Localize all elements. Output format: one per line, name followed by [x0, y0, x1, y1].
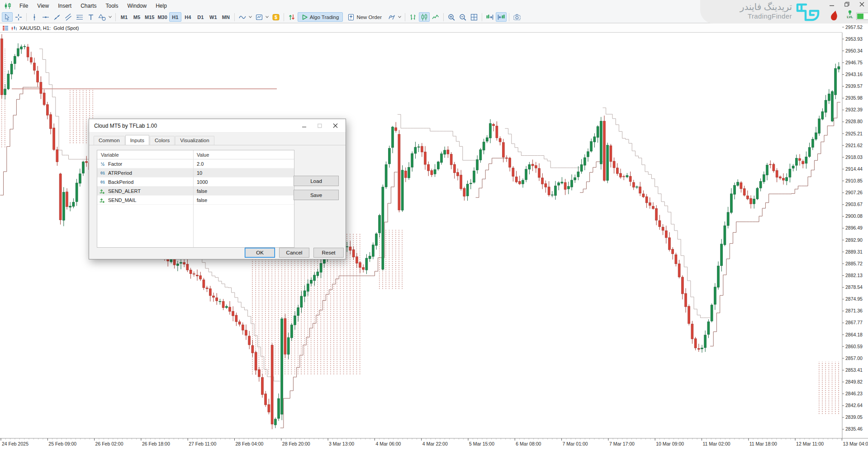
- horizontal-line-tool-button[interactable]: [40, 12, 51, 22]
- timeframe-mn-button[interactable]: MN: [220, 12, 232, 22]
- boolean-type-icon: [99, 197, 106, 203]
- mt5-logo-icon: [4, 2, 12, 10]
- lvl-label: LVL: [845, 15, 855, 19]
- zoom-in-button[interactable]: [446, 12, 457, 22]
- window-restore-button[interactable]: [844, 2, 849, 7]
- zoom-out-button[interactable]: [457, 12, 468, 22]
- price-tick-label: 2939.57: [845, 83, 863, 89]
- param-value[interactable]: false: [193, 197, 207, 203]
- dialog-tabs: CommonInputsColorsVisualization: [94, 136, 346, 145]
- time-tick-label: 26 Feb 18:00: [142, 441, 170, 446]
- new-order-button[interactable]: New Order: [343, 12, 386, 22]
- price-tick-label: 2950.34: [845, 48, 863, 53]
- chart-template-button[interactable]: [254, 12, 270, 22]
- market-depth-button[interactable]: [286, 12, 297, 22]
- dialog-tab-common[interactable]: Common: [94, 136, 125, 145]
- menu-window[interactable]: Window: [123, 1, 152, 10]
- price-tick-label: 2918.03: [845, 154, 863, 160]
- price-tick-label: 2864.18: [845, 332, 863, 337]
- line-chart-button[interactable]: [430, 12, 441, 22]
- chart-tab-bar: XAUUSD, H1: Gold (Spot): [0, 23, 842, 33]
- menu-view[interactable]: View: [33, 1, 53, 10]
- auto-scroll-button[interactable]: [496, 12, 507, 22]
- timeframe-h4-button[interactable]: H4: [182, 12, 194, 22]
- param-value[interactable]: 2.0: [193, 161, 204, 167]
- indicator-settings-dialog: Cloud MT5 by TFLab 1.00 CommonInputsColo…: [89, 119, 346, 259]
- bar-chart-button[interactable]: [408, 12, 418, 22]
- cursor-tool-button[interactable]: [2, 12, 13, 22]
- menu-file[interactable]: File: [15, 1, 33, 10]
- menu-insert[interactable]: Insert: [53, 1, 76, 10]
- chart-tab[interactable]: XAUUSD, H1: Gold (Spot): [2, 25, 79, 31]
- cancel-button[interactable]: Cancel: [279, 248, 309, 258]
- timeframe-m15-button[interactable]: M15: [143, 12, 156, 22]
- indicator-stop-line: [398, 115, 476, 160]
- screenshot-button[interactable]: [512, 12, 522, 22]
- price-tick-label: 2907.26: [845, 190, 863, 195]
- indicators-button[interactable]: [237, 12, 253, 22]
- param-value[interactable]: 10: [193, 170, 202, 176]
- param-row-send_alert[interactable]: SEND_ALERTfalse: [97, 187, 294, 196]
- menu-charts[interactable]: Charts: [76, 1, 101, 10]
- price-tick-label: 2835.46: [845, 426, 863, 432]
- timeframe-m30-button[interactable]: M30: [156, 12, 168, 22]
- object-tools-button[interactable]: [386, 12, 403, 22]
- dialog-maximize-button[interactable]: [312, 120, 327, 132]
- dialog-tab-colors[interactable]: Colors: [150, 136, 175, 145]
- dialog-minimize-button[interactable]: [297, 120, 312, 132]
- flame-icon: [830, 10, 838, 21]
- menu-tools[interactable]: Tools: [101, 1, 123, 10]
- time-tick-label: 5 Mar 15:00: [469, 441, 494, 446]
- algo-trading-button[interactable]: Algo Trading: [298, 12, 343, 22]
- timeframe-w1-button[interactable]: W1: [207, 12, 219, 22]
- chart-tab-label: XAUUSD, H1: Gold (Spot): [19, 25, 79, 31]
- candle-chart-button[interactable]: [419, 12, 430, 22]
- tile-windows-button[interactable]: [469, 12, 479, 22]
- timeframe-h1-button[interactable]: H1: [169, 12, 181, 22]
- dialog-title-bar[interactable]: Cloud MT5 by TFLab 1.00: [89, 119, 346, 133]
- price-tick-label: 2957.52: [845, 24, 863, 30]
- tradingfinder-watermark: تریدینگ فایندر TradingFinder LVL: [700, 0, 868, 24]
- save-button[interactable]: Save: [294, 190, 339, 200]
- dialog-close-button[interactable]: [327, 120, 343, 132]
- inputs-table[interactable]: Variable Value ½Factor2.001ATRPeriod1001…: [97, 150, 294, 248]
- trendline-tool-button[interactable]: [52, 12, 62, 22]
- timeframe-m1-button[interactable]: M1: [118, 12, 130, 22]
- dialog-tab-visualization[interactable]: Visualization: [175, 136, 214, 145]
- param-row-backperiod[interactable]: 01BackPeriod1000: [97, 178, 294, 187]
- ok-button[interactable]: OK: [245, 248, 275, 258]
- fibonacci-tool-button[interactable]: [74, 12, 85, 22]
- param-row-factor[interactable]: ½Factor2.0: [97, 159, 294, 168]
- price-tick-label: 2839.05: [845, 414, 863, 420]
- time-tick-label: 10 Mar 09:00: [656, 441, 684, 446]
- timeframe-d1-button[interactable]: D1: [194, 12, 207, 22]
- shift-end-button[interactable]: [484, 12, 495, 22]
- menu-help[interactable]: Help: [151, 1, 171, 10]
- window-close-button[interactable]: [859, 2, 864, 7]
- one-click-trading-button[interactable]: $: [270, 12, 281, 22]
- param-row-send_mail[interactable]: SEND_MAILfalse: [97, 196, 294, 205]
- toolbar-divider: [284, 13, 284, 21]
- param-value[interactable]: 1000: [193, 179, 208, 185]
- text-tool-button[interactable]: [85, 12, 96, 22]
- integer-type-icon: 01: [99, 180, 106, 184]
- shapes-tool-button[interactable]: [97, 12, 113, 22]
- crosshair-tool-button[interactable]: [13, 12, 24, 22]
- timeframe-m5-button[interactable]: M5: [131, 12, 143, 22]
- param-value[interactable]: false: [193, 188, 207, 194]
- table-header: Variable Value: [97, 150, 294, 159]
- param-row-atrperiod[interactable]: 01ATRPeriod10: [97, 168, 294, 178]
- reset-button[interactable]: Reset: [313, 248, 344, 258]
- load-button[interactable]: Load: [294, 176, 339, 186]
- battery-bar: [856, 13, 868, 20]
- new-order-button-label: New Order: [356, 14, 382, 20]
- brand-name-english: TradingFinder: [748, 12, 792, 20]
- window-minimize-button[interactable]: [830, 2, 835, 7]
- channel-tool-button[interactable]: [63, 12, 74, 22]
- window-controls: [830, 2, 864, 7]
- indicator-stop-line: [476, 158, 505, 197]
- vertical-line-tool-button[interactable]: [29, 12, 40, 22]
- time-tick-label: 7 Mar 01:00: [563, 441, 588, 446]
- dialog-tab-inputs[interactable]: Inputs: [125, 135, 149, 145]
- toolbar-divider: [509, 13, 509, 21]
